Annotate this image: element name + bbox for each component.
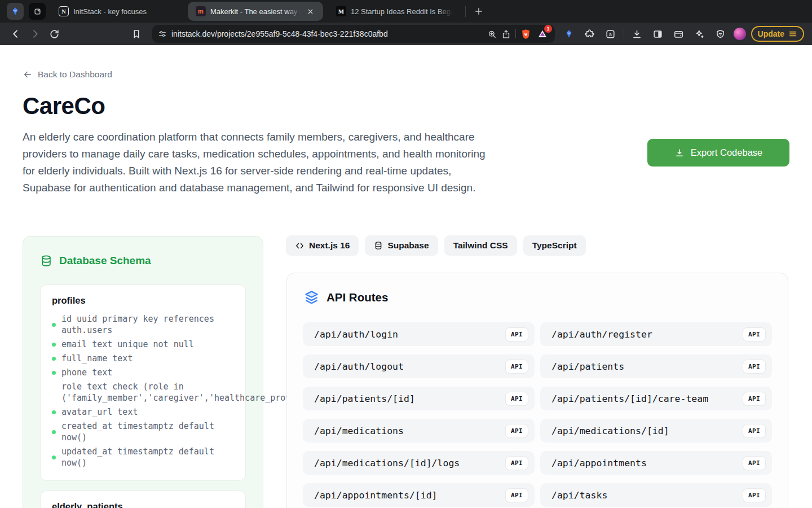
profile-avatar[interactable]	[734, 28, 746, 40]
address-bar[interactable]: initstack.dev/projects/2e955af9-5c48-43f…	[152, 25, 555, 43]
tab-medium[interactable]: M 12 Startup Ideas Reddit Is Begging	[328, 0, 460, 23]
field-definition: full_name text	[61, 353, 226, 364]
badge-label: Tailwind CSS	[453, 240, 508, 251]
field-definition: phone text	[61, 367, 226, 378]
project-title: CareCo	[23, 93, 105, 120]
tech-badge-tailwind: Tailwind CSS	[444, 235, 517, 256]
api-route-row[interactable]: /api/auth/logout API	[303, 354, 535, 378]
menu-hamburger-icon	[788, 29, 797, 38]
api-badge: API	[743, 328, 765, 341]
api-route-row[interactable]: /api/patients/[id]/care-team API	[540, 387, 772, 410]
schema-field: id uuid primary key references auth.user…	[52, 313, 234, 336]
tab-initstack[interactable]: N InitStack - key focuses	[51, 0, 183, 23]
api-route-row[interactable]: /api/appointments API	[540, 451, 772, 475]
field-definition: avatar_url text	[61, 406, 226, 418]
table-name: elderly_patients	[52, 501, 234, 508]
api-route-row[interactable]: /api/medications API	[303, 419, 535, 443]
browser-toolbar: initstack.dev/projects/2e955af9-5c48-43f…	[0, 23, 812, 45]
plus-icon	[474, 6, 484, 16]
search-box-icon[interactable]: a	[603, 26, 619, 42]
tab-separator	[465, 6, 466, 17]
gem-icon	[11, 7, 20, 16]
field-bullet-icon	[52, 430, 56, 434]
tech-badge-nextjs: Next.js 16	[286, 235, 359, 256]
api-badge: API	[506, 489, 528, 502]
api-route-row[interactable]: /api/auth/register API	[540, 322, 772, 346]
brave-shields-icon[interactable]	[520, 29, 531, 40]
pinned-tab-gem-button[interactable]	[7, 3, 24, 20]
vpn-shield-icon[interactable]	[713, 26, 729, 42]
update-button[interactable]: Update	[751, 26, 804, 42]
field-bullet-icon	[52, 357, 56, 361]
route-path: /api/medications	[314, 426, 404, 436]
wallet-icon[interactable]	[671, 26, 687, 42]
tab-makerkit-active[interactable]: m Makerkit - The easiest way to b	[188, 2, 323, 21]
sidebar-icon[interactable]	[650, 26, 666, 42]
api-route-row[interactable]: /api/tasks API	[540, 483, 772, 507]
leo-ai-sparkles-icon[interactable]	[692, 26, 708, 42]
api-badge: API	[506, 424, 528, 437]
bookmarks-button[interactable]	[129, 26, 144, 42]
medium-icon: M	[336, 6, 346, 16]
update-label: Update	[758, 29, 784, 38]
download-icon	[674, 148, 685, 158]
field-bullet-icon	[52, 456, 56, 459]
route-path: /api/appointments	[551, 458, 647, 468]
url-text[interactable]: initstack.dev/projects/2e955af9-5c48-43f…	[171, 29, 483, 38]
api-badge: API	[506, 457, 528, 470]
api-badge: API	[506, 392, 528, 405]
gem-extension-button[interactable]	[561, 26, 577, 42]
project-description: An elderly care coordination platform th…	[23, 129, 499, 196]
field-bullet-icon	[52, 410, 56, 414]
tab-strip: N InitStack - key focuses m Makerkit - T…	[0, 0, 812, 23]
forward-button[interactable]	[27, 26, 43, 42]
tab-actions-button[interactable]	[29, 3, 46, 20]
api-route-row[interactable]: /api/medications/[id]/logs API	[303, 451, 535, 475]
schema-field: updated_at timestamptz default now()	[52, 446, 234, 468]
extensions-puzzle-icon[interactable]	[582, 26, 598, 42]
reload-button[interactable]	[46, 26, 62, 42]
badge-label: TypeScript	[532, 240, 577, 251]
field-definition: created_at timestamptz default now()	[61, 421, 226, 443]
route-path: /api/auth/login	[314, 329, 398, 340]
tab-close-button[interactable]	[305, 6, 315, 16]
api-badge: API	[743, 424, 765, 437]
schema-field: avatar_url text	[52, 406, 234, 418]
brave-rewards-icon[interactable]: 1	[536, 27, 549, 41]
badge-label: Supabase	[387, 240, 429, 251]
back-link-label: Back to Dashboard	[38, 69, 112, 80]
api-route-row[interactable]: /api/auth/login API	[303, 322, 535, 346]
divider	[515, 29, 516, 38]
schema-field: created_at timestamptz default now()	[52, 421, 234, 443]
downloads-icon[interactable]	[629, 26, 645, 42]
api-route-row[interactable]: /api/patients/[id] API	[303, 387, 535, 410]
back-to-dashboard-link[interactable]: Back to Dashboard	[23, 69, 112, 80]
zoom-icon[interactable]	[487, 29, 497, 39]
bookmark-icon	[131, 29, 142, 39]
table-card-profiles: profiles id uuid primary key references …	[40, 284, 246, 481]
chevron-left-icon	[10, 28, 21, 40]
api-routes-title: API Routes	[326, 291, 388, 304]
schema-field: phone text	[52, 367, 234, 378]
route-path: /api/tasks	[551, 490, 607, 501]
back-button[interactable]	[8, 26, 24, 42]
field-bullet-icon	[52, 323, 56, 327]
tab-title: Makerkit - The easiest way to b	[210, 7, 301, 16]
new-tab-button[interactable]	[471, 3, 487, 19]
database-schema-panel: Database Schema profiles id uuid primary…	[23, 236, 263, 508]
share-icon[interactable]	[501, 29, 511, 39]
api-route-row[interactable]: /api/appointments/[id] API	[303, 483, 535, 507]
route-path: /api/patients/[id]/care-team	[551, 393, 708, 404]
route-path: /api/patients/[id]	[314, 393, 415, 404]
export-codebase-button[interactable]: Export Codebase	[647, 139, 789, 167]
route-path: /api/medications/[id]	[551, 426, 669, 436]
open-window-icon	[33, 7, 42, 16]
database-schema-header: Database Schema	[23, 237, 263, 268]
api-route-row[interactable]: /api/patients API	[540, 354, 772, 378]
api-badge: API	[743, 392, 765, 405]
site-settings-icon[interactable]	[158, 29, 167, 38]
api-route-row[interactable]: /api/medications/[id] API	[540, 419, 772, 443]
reload-icon	[49, 29, 60, 40]
divider	[624, 29, 624, 38]
route-path: /api/auth/register	[551, 329, 652, 340]
